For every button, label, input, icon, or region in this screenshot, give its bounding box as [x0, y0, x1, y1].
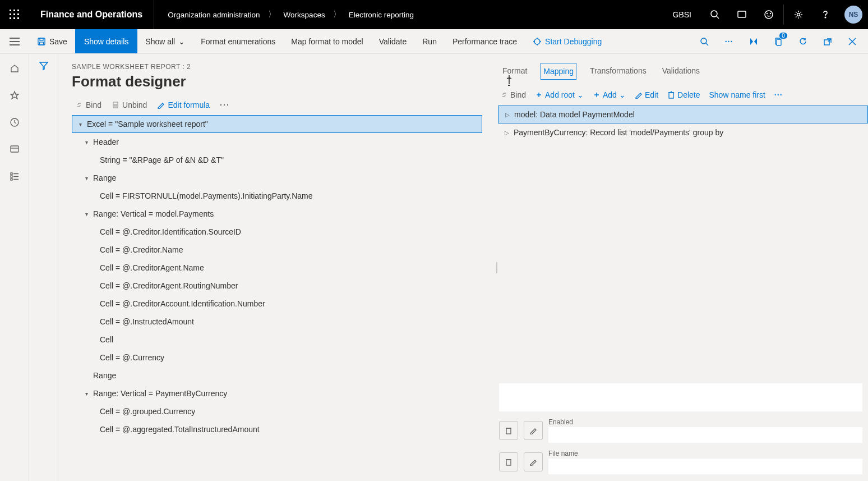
tree-label: Range [93, 173, 116, 182]
expand-icon[interactable]: ▾ [85, 175, 93, 181]
map-more-button[interactable]: ··· [774, 90, 783, 99]
add-button[interactable]: ＋ Add ⌄ [593, 90, 626, 100]
sidebar-home[interactable] [3, 58, 26, 79]
save-button[interactable]: Save [29, 29, 75, 53]
sidebar-modules[interactable] [3, 166, 26, 186]
feedback-button[interactable] [755, 0, 782, 29]
tree-row[interactable]: ▾Range: Vertical = PaymentByCurrency [72, 384, 482, 402]
toolbar-search-button[interactable] [694, 31, 714, 52]
edit-enabled-button[interactable] [524, 421, 543, 440]
more-button[interactable]: ··· [220, 100, 230, 109]
tree-row[interactable]: Range [72, 367, 482, 384]
tree-row[interactable]: Cell = FIRSTORNULL(model.Payments).Initi… [72, 187, 482, 205]
tree-label: Range: Vertical = model.Payments [93, 209, 214, 218]
messages-button[interactable] [728, 0, 755, 29]
tree-row[interactable]: Cell = @.Creditor.Identification.SourceI… [72, 223, 482, 241]
map-label: PaymentByCurrency: Record list 'model/Pa… [514, 128, 723, 137]
tree-row[interactable]: Cell = @.grouped.Currency [72, 402, 482, 420]
avatar[interactable]: NS [844, 6, 862, 24]
svg-rect-2 [17, 10, 19, 11]
svg-rect-6 [10, 17, 11, 19]
tree-row[interactable]: Cell = @.CreditorAccount.Identification.… [72, 295, 482, 313]
tree-row[interactable]: String = "&RPage &P of &N &D &T" [72, 151, 482, 169]
map-format-button[interactable]: Map format to model [283, 29, 371, 53]
svg-rect-26 [11, 173, 12, 175]
map-edit-button[interactable]: Edit [635, 90, 658, 99]
expand-icon[interactable]: ▾ [85, 139, 93, 145]
format-enumerations-button[interactable]: Format enumerations [193, 29, 283, 53]
expand-icon[interactable]: ▾ [85, 391, 93, 397]
tree-label: Cell = FIRSTORNULL(model.Payments).Initi… [100, 191, 313, 200]
run-button[interactable]: Run [414, 29, 445, 53]
filter-button[interactable] [39, 61, 49, 481]
tree-row[interactable]: Cell = @.CreditorAgent.Name [72, 259, 482, 277]
tab-transformations[interactable]: Transformations [588, 63, 649, 80]
start-debugging-button[interactable]: Start Debugging [525, 29, 610, 53]
sidebar-workspaces[interactable] [3, 139, 26, 159]
sidebar-recent[interactable] [3, 112, 26, 132]
show-details-button[interactable]: Show details [75, 29, 137, 53]
show-name-first-button[interactable]: Show name first [709, 90, 765, 99]
tree-row[interactable]: Cell = @.aggregated.TotalInstructuredAmo… [72, 420, 482, 438]
tab-validations[interactable]: Validations [660, 63, 702, 80]
filename-field[interactable] [548, 459, 862, 474]
expand-icon[interactable]: ▾ [85, 211, 93, 217]
tree-label: Header [93, 138, 119, 146]
fit-button[interactable] [744, 31, 764, 52]
tree-row[interactable]: ▾Header [72, 133, 482, 151]
tree-row[interactable]: ▾Range [72, 169, 482, 187]
filename-label: File name [548, 450, 862, 457]
chevron-down-icon: ⌄ [577, 90, 584, 99]
search-button[interactable] [701, 0, 728, 29]
svg-rect-32 [506, 460, 511, 465]
refresh-button[interactable] [793, 31, 813, 52]
edit-filename-button[interactable] [524, 452, 543, 471]
sidebar-favorites[interactable] [3, 85, 26, 106]
show-all-button[interactable]: Show all ⌄ [137, 29, 193, 53]
attach-button[interactable]: 0 [768, 31, 788, 52]
tree-row[interactable]: Cell = @.InstructedAmount [72, 313, 482, 331]
tree-label: String = "&RPage &P of &N &D &T" [100, 155, 224, 164]
org-name: GBSI [663, 10, 701, 19]
page-breadcrumb: SAMPLE WORKSHEET REPORT : 2 [72, 63, 482, 71]
tree-row[interactable]: ▾Excel = "Sample worksheet report" [72, 115, 482, 133]
hamburger-button[interactable] [0, 38, 29, 45]
edit-formula-button[interactable]: Edit formula [157, 100, 210, 109]
validate-button[interactable]: Validate [371, 29, 415, 53]
svg-rect-28 [11, 178, 12, 180]
more-actions-button[interactable]: ··· [719, 31, 739, 52]
map-tree-row[interactable]: ▷PaymentByCurrency: Record list 'model/P… [498, 123, 868, 141]
map-delete-button[interactable]: Delete [667, 90, 700, 99]
map-bind-button[interactable]: Bind [500, 90, 526, 99]
map-tree-row[interactable]: ▷model: Data model PaymentModel [498, 106, 868, 123]
expand-icon[interactable]: ▷ [505, 130, 514, 136]
tree-row[interactable]: Cell = @.Currency [72, 349, 482, 367]
unbind-button[interactable]: Unbind [112, 100, 147, 109]
close-button[interactable] [842, 31, 862, 52]
breadcrumb-item[interactable]: Electronic reporting [349, 11, 414, 19]
expand-icon[interactable]: ▷ [505, 112, 514, 118]
chevron-down-icon: ⌄ [619, 90, 626, 99]
performance-trace-button[interactable]: Performance trace [445, 29, 525, 53]
enabled-field[interactable] [548, 427, 862, 443]
tab-mapping[interactable]: Mapping [541, 63, 576, 80]
settings-button[interactable] [785, 0, 812, 29]
delete-filename-button[interactable] [499, 452, 518, 471]
expand-icon[interactable]: ▾ [79, 121, 87, 127]
tree-row[interactable]: ▾Range: Vertical = model.Payments [72, 205, 482, 223]
tree-label: Cell = @.InstructedAmount [100, 317, 194, 326]
bind-button[interactable]: Bind [75, 100, 101, 109]
tab-format[interactable]: Format [500, 63, 529, 80]
delete-enabled-button[interactable] [499, 421, 518, 440]
svg-rect-5 [17, 13, 19, 15]
tree-row[interactable]: Cell [72, 331, 482, 349]
breadcrumb-item[interactable]: Organization administration [168, 11, 260, 19]
tree-row[interactable]: Cell = @.Creditor.Name [72, 241, 482, 259]
tree-label: Cell = @.CreditorAccount.Identification.… [100, 299, 265, 308]
help-button[interactable] [812, 0, 839, 29]
app-launcher-button[interactable] [0, 10, 29, 20]
add-root-button[interactable]: ＋ Add root ⌄ [535, 90, 584, 100]
popout-button[interactable] [818, 31, 838, 52]
breadcrumb-item[interactable]: Workspaces [284, 11, 325, 19]
tree-row[interactable]: Cell = @.CreditorAgent.RoutingNumber [72, 277, 482, 295]
